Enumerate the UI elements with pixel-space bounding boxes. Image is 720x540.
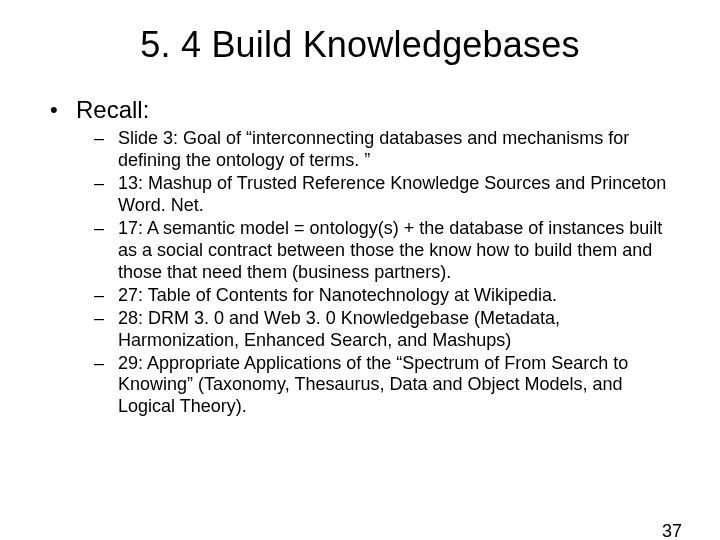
bullet-list-level1: Recall: Slide 3: Goal of “interconnectin… bbox=[50, 96, 680, 418]
page-number: 37 bbox=[662, 521, 682, 540]
bullet-list-level2: Slide 3: Goal of “interconnecting databa… bbox=[94, 128, 680, 418]
list-item: 13: Mashup of Trusted Reference Knowledg… bbox=[94, 173, 680, 217]
list-item: 29: Appropriate Applications of the “Spe… bbox=[94, 353, 680, 419]
list-item: 28: DRM 3. 0 and Web 3. 0 Knowledgebase … bbox=[94, 308, 680, 352]
list-item: Slide 3: Goal of “interconnecting databa… bbox=[94, 128, 680, 172]
slide-body: Recall: Slide 3: Goal of “interconnectin… bbox=[0, 96, 720, 418]
list-item: 27: Table of Contents for Nanotechnology… bbox=[94, 285, 680, 307]
bullet-item-recall: Recall: Slide 3: Goal of “interconnectin… bbox=[50, 96, 680, 418]
list-item: 17: A semantic model = ontology(s) + the… bbox=[94, 218, 680, 284]
bullet-label: Recall: bbox=[76, 96, 149, 123]
slide: 5. 4 Build Knowledgebases Recall: Slide … bbox=[0, 24, 720, 540]
slide-title: 5. 4 Build Knowledgebases bbox=[0, 24, 720, 66]
